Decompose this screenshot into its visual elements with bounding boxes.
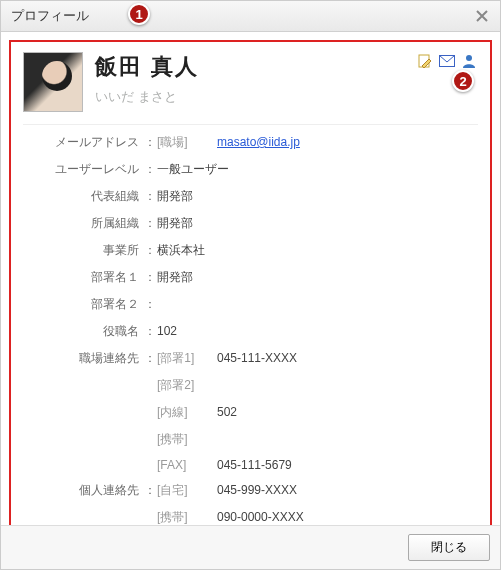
sub-work-1: [部署2]: [157, 377, 217, 394]
display-name: 飯田 真人: [95, 52, 404, 82]
row-email: メールアドレス ： [職場] masato@iida.jp: [23, 129, 472, 156]
row-rep-org: 代表組織 ： 開発部: [23, 183, 472, 210]
sub-work-4: [FAX]: [157, 458, 217, 472]
label-rep-org: 代表組織: [23, 188, 143, 205]
label-dept1: 部署名１: [23, 269, 143, 286]
value-rep-org: 開発部: [157, 188, 193, 205]
label-email: メールアドレス: [23, 134, 143, 151]
dialog-footer: 閉じる: [1, 525, 500, 569]
label-work-contact: 職場連絡先: [23, 350, 143, 367]
row-personal-1: [携帯] 090-0000-XXXX: [23, 504, 472, 525]
profile-header: 飯田 真人 いいだ まさと: [23, 52, 478, 112]
row-belong-org: 所属組織 ： 開発部: [23, 210, 472, 237]
sub-work-2: [内線]: [157, 404, 217, 421]
avatar: [23, 52, 83, 112]
close-button[interactable]: 閉じる: [408, 534, 490, 561]
content-frame: 飯田 真人 いいだ まさと メールアドレス: [9, 40, 492, 525]
label-personal-contact: 個人連絡先: [23, 482, 143, 499]
row-dept1: 部署名１ ： 開発部: [23, 264, 472, 291]
sub-personal-1: [携帯]: [157, 509, 217, 525]
sub-email: [職場]: [157, 134, 217, 151]
val-work-0: 045-111-XXXX: [217, 351, 297, 365]
row-title: 役職名 ： 102: [23, 318, 472, 345]
value-belong-org: 開発部: [157, 215, 193, 232]
sub-work-0: [部署1]: [157, 350, 217, 367]
value-title: 102: [157, 324, 177, 338]
label-dept2: 部署名２: [23, 296, 143, 313]
close-icon[interactable]: [474, 8, 490, 24]
sub-work-3: [携帯]: [157, 431, 217, 448]
row-personal-0: 個人連絡先 ： [自宅] 045-999-XXXX: [23, 477, 472, 504]
profile-dialog: プロフィール 飯田 真人 いいだ まさと: [0, 0, 501, 570]
sub-personal-0: [自宅]: [157, 482, 217, 499]
value-office: 横浜本社: [157, 242, 205, 259]
name-block: 飯田 真人 いいだ まさと: [95, 52, 404, 106]
dialog-title: プロフィール: [11, 7, 89, 25]
action-icons: [416, 52, 478, 70]
val-personal-0: 045-999-XXXX: [217, 483, 297, 497]
val-personal-1: 090-0000-XXXX: [217, 510, 304, 524]
label-belong-org: 所属組織: [23, 215, 143, 232]
row-office: 事業所 ： 横浜本社: [23, 237, 472, 264]
val-work-2: 502: [217, 405, 237, 419]
dialog-body: 飯田 真人 いいだ まさと メールアドレス: [1, 32, 500, 525]
label-office: 事業所: [23, 242, 143, 259]
label-userlevel: ユーザーレベル: [23, 161, 143, 178]
row-work-3: [携帯]: [23, 426, 472, 453]
email-link[interactable]: masato@iida.jp: [217, 135, 300, 149]
row-work-2: [内線] 502: [23, 399, 472, 426]
person-icon[interactable]: [460, 52, 478, 70]
value-userlevel: 一般ユーザー: [157, 161, 229, 178]
row-work-4: [FAX] 045-111-5679: [23, 453, 472, 477]
row-work-1: [部署2]: [23, 372, 472, 399]
detail-area[interactable]: メールアドレス ： [職場] masato@iida.jp ユーザーレベル ： …: [23, 124, 478, 525]
mail-icon[interactable]: [438, 52, 456, 70]
edit-icon[interactable]: [416, 52, 434, 70]
val-work-4: 045-111-5679: [217, 458, 292, 472]
callout-2: 2: [452, 70, 474, 92]
row-userlevel: ユーザーレベル ： 一般ユーザー: [23, 156, 472, 183]
titlebar: プロフィール: [1, 1, 500, 32]
svg-point-2: [466, 55, 472, 61]
row-work-0: 職場連絡先 ： [部署1] 045-111-XXXX: [23, 345, 472, 372]
label-title: 役職名: [23, 323, 143, 340]
row-dept2: 部署名２ ：: [23, 291, 472, 318]
callout-1: 1: [128, 3, 150, 25]
value-dept1: 開発部: [157, 269, 193, 286]
name-reading: いいだ まさと: [95, 88, 404, 106]
